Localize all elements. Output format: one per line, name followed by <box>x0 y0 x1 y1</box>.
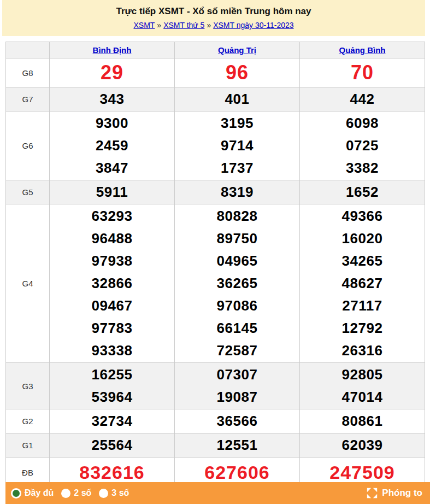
prize-number: 401 <box>175 88 299 110</box>
province-link[interactable]: Quảng Trị <box>218 45 256 55</box>
prize-number: 96488 <box>50 227 174 250</box>
prize-number: 12551 <box>175 434 299 456</box>
prize-row-G3: G3162555396407307190879280547014 <box>6 363 425 409</box>
prize-row-G4: G463293964889793832866094679778393338808… <box>6 204 425 363</box>
prize-number: 27117 <box>300 295 425 317</box>
prize-numbers-cell: 1652 <box>300 180 425 204</box>
column-header: Quảng Bình <box>300 42 425 58</box>
prize-number: 04965 <box>175 250 299 272</box>
display-option-Đầy đủ[interactable]: Đầy đủ <box>11 488 54 499</box>
prize-number: 36566 <box>175 410 299 432</box>
prize-numbers-cell: 609807253382 <box>300 112 425 180</box>
prize-label: G1 <box>6 433 50 458</box>
prize-number: 29 <box>50 59 174 86</box>
prize-number: 0725 <box>300 134 425 157</box>
breadcrumb-link[interactable]: XSMT <box>133 21 155 30</box>
prize-number: 70 <box>300 59 425 86</box>
prize-number: 09467 <box>50 295 174 317</box>
prize-number: 32734 <box>50 410 174 432</box>
prize-label: G2 <box>6 409 50 433</box>
prize-numbers-cell: 70 <box>300 58 425 87</box>
prize-number: 66145 <box>175 317 299 339</box>
prize-number: 92805 <box>300 364 425 386</box>
prize-number: 19087 <box>175 386 299 408</box>
radio-icon[interactable] <box>99 489 108 498</box>
corner-cell <box>6 42 50 58</box>
prize-number: 12792 <box>300 317 425 339</box>
breadcrumb-separator: » <box>204 21 213 30</box>
province-link[interactable]: Quảng Bình <box>339 45 386 55</box>
page-title: Trực tiếp XSMT - Xổ số miền Trung hôm na… <box>2 6 425 17</box>
prize-numbers-cell: 49366160203426548627271171279226316 <box>300 204 425 363</box>
prize-row-G1: G1255641255162039 <box>6 433 425 458</box>
radio-selected-icon[interactable] <box>11 488 21 499</box>
prize-numbers-cell: 36566 <box>175 409 300 433</box>
prize-numbers-cell: 12551 <box>175 433 300 458</box>
prize-numbers-cell: 32734 <box>50 409 175 433</box>
breadcrumb: XSMT»XSMT thứ 5»XSMT ngày 30-11-2023 <box>2 21 425 30</box>
option-label: Đầy đủ <box>25 488 54 498</box>
prize-number: 72587 <box>175 339 299 362</box>
column-header: Quảng Trị <box>175 42 300 58</box>
prize-numbers-cell: 930024593847 <box>50 112 175 180</box>
prize-number: 25564 <box>50 434 174 456</box>
display-option-3 số[interactable]: 3 số <box>99 488 129 498</box>
prize-label: G8 <box>6 58 50 87</box>
prize-row-G6: G6930024593847319597141737609807253382 <box>6 112 425 180</box>
prize-numbers-cell: 25564 <box>50 433 175 458</box>
prize-row-G2: G2327343656680861 <box>6 409 425 433</box>
column-header: Bình Định <box>50 42 175 58</box>
prize-number: 47014 <box>300 386 425 408</box>
prize-numbers-cell: 80828897500496536265970866614572587 <box>175 204 300 363</box>
prize-number: 343 <box>50 88 174 110</box>
results-table: Bình ĐịnhQuảng TrịQuảng Bình G8299670G73… <box>5 42 425 488</box>
prize-number: 442 <box>300 88 425 110</box>
breadcrumb-link[interactable]: XSMT ngày 30-11-2023 <box>213 21 293 30</box>
prize-number: 97783 <box>50 317 174 339</box>
prize-number: 9714 <box>175 134 299 157</box>
prize-number: 34265 <box>300 250 425 272</box>
zoom-button[interactable]: Phóng to <box>366 487 422 499</box>
expand-icon <box>366 487 378 499</box>
prize-number: 32866 <box>50 272 174 295</box>
prize-number: 6098 <box>300 112 425 134</box>
prize-number: 8319 <box>175 181 299 203</box>
prize-number: 9300 <box>50 112 174 134</box>
option-label: 3 số <box>111 488 129 498</box>
prize-numbers-cell: 1625553964 <box>50 363 175 409</box>
breadcrumb-link[interactable]: XSMT thứ 5 <box>163 21 204 30</box>
prize-row-G5: G5591183191652 <box>6 180 425 204</box>
prize-number: 3382 <box>300 157 425 179</box>
prize-number: 1737 <box>175 157 299 179</box>
radio-icon[interactable] <box>61 489 70 498</box>
prize-number: 89750 <box>175 227 299 250</box>
prize-number: 80861 <box>300 410 425 432</box>
zoom-button-label: Phóng to <box>382 488 422 499</box>
prize-number: 16255 <box>50 364 174 386</box>
prize-label: G4 <box>6 204 50 363</box>
prize-label: G3 <box>6 363 50 409</box>
prize-number: 2459 <box>50 134 174 157</box>
prize-number: 62039 <box>300 434 425 456</box>
prize-numbers-cell: 62039 <box>300 433 425 458</box>
prize-numbers-cell: 0730719087 <box>175 363 300 409</box>
province-link[interactable]: Bình Định <box>93 45 132 55</box>
prize-number: 1652 <box>300 181 425 203</box>
table-header-row: Bình ĐịnhQuảng TrịQuảng Bình <box>6 42 425 58</box>
prize-numbers-cell: 80861 <box>300 409 425 433</box>
prize-label: G7 <box>6 87 50 112</box>
prize-number: 80828 <box>175 205 299 227</box>
prize-number: 26316 <box>300 339 425 362</box>
prize-row-G7: G7343401442 <box>6 87 425 112</box>
prize-number: 49366 <box>300 205 425 227</box>
header-banner: Trực tiếp XSMT - Xổ số miền Trung hôm na… <box>2 0 425 36</box>
prize-numbers-cell: 343 <box>50 87 175 112</box>
prize-numbers-cell: 29 <box>50 58 175 87</box>
footer-bar: Đầy đủ2 số3 số Phóng to <box>5 482 430 504</box>
breadcrumb-separator: » <box>155 21 163 30</box>
prize-label: G6 <box>6 112 50 180</box>
display-option-2 số[interactable]: 2 số <box>61 488 91 498</box>
prize-numbers-cell: 5911 <box>50 180 175 204</box>
prize-row-G8: G8299670 <box>6 58 425 87</box>
prize-number: 3847 <box>50 157 174 179</box>
